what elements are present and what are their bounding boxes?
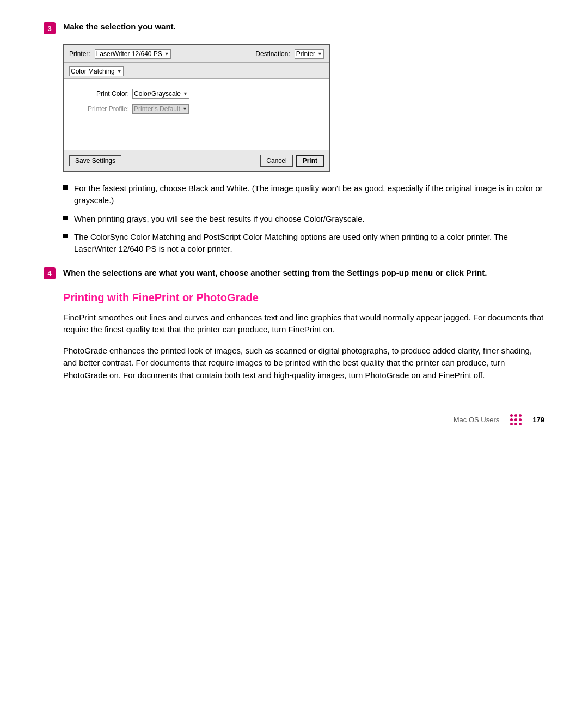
dialog-settings-row: Color Matching ▼ bbox=[64, 63, 329, 79]
printer-value: LaserWriter 12/640 PS bbox=[96, 50, 162, 58]
dialog-header-row: Printer: LaserWriter 12/640 PS ▼ Destina… bbox=[64, 45, 329, 63]
printer-profile-row: Printer Profile: Printer's Default ▼ bbox=[75, 104, 318, 114]
print-color-value: Color/Grayscale bbox=[134, 90, 181, 98]
step-4-number: 4 bbox=[44, 267, 56, 279]
printer-profile-value: Printer's Default bbox=[134, 105, 180, 113]
paragraph-1: FinePrint smoothes out lines and curves … bbox=[63, 312, 544, 336]
footer-left: Save Settings bbox=[69, 155, 121, 166]
destination-select[interactable]: Printer ▼ bbox=[295, 49, 324, 59]
settings-select[interactable]: Color Matching ▼ bbox=[69, 66, 124, 76]
printer-select[interactable]: LaserWriter 12/640 PS ▼ bbox=[95, 49, 171, 59]
bullet-text-1: For the fastest printing, choose Black a… bbox=[74, 182, 544, 206]
page-number: 179 bbox=[532, 416, 544, 424]
destination-arrow-icon: ▼ bbox=[317, 51, 322, 57]
paragraph-2: PhotoGrade enhances the printed look of … bbox=[63, 345, 544, 382]
printer-profile-label: Printer Profile: bbox=[75, 105, 129, 113]
printer-arrow-icon: ▼ bbox=[164, 51, 169, 57]
printer-profile-arrow-icon: ▼ bbox=[182, 106, 187, 112]
print-button[interactable]: Print bbox=[296, 155, 324, 167]
dialog-container: Printer: LaserWriter 12/640 PS ▼ Destina… bbox=[63, 44, 544, 172]
bullet-list: For the fastest printing, choose Black a… bbox=[63, 182, 544, 255]
print-color-arrow-icon: ▼ bbox=[183, 91, 188, 96]
page-footer: Mac OS Users 179 bbox=[44, 414, 544, 425]
cancel-button[interactable]: Cancel bbox=[260, 155, 292, 167]
bullet-item-2: When printing grays, you will see the be… bbox=[63, 213, 544, 225]
bullet-text-2: When printing grays, you will see the be… bbox=[74, 213, 365, 225]
bullet-icon-1 bbox=[63, 185, 68, 190]
destination-value: Printer bbox=[296, 50, 315, 58]
print-color-select[interactable]: Color/Grayscale ▼ bbox=[132, 89, 189, 99]
bullet-icon-2 bbox=[63, 216, 68, 220]
dialog-footer: Save Settings Cancel Print bbox=[64, 150, 329, 171]
step-3-number: 3 bbox=[44, 22, 56, 34]
settings-arrow-icon: ▼ bbox=[117, 69, 122, 74]
bullet-text-3: The ColorSync Color Matching and PostScr… bbox=[74, 231, 544, 255]
print-color-row: Print Color: Color/Grayscale ▼ bbox=[75, 89, 318, 99]
step-3-label: Make the selection you want. bbox=[63, 22, 176, 31]
footer-dots-icon bbox=[510, 414, 522, 425]
print-dialog: Printer: LaserWriter 12/640 PS ▼ Destina… bbox=[63, 44, 330, 172]
dialog-body: Print Color: Color/Grayscale ▼ Printer P… bbox=[64, 79, 329, 150]
destination-label: Destination: bbox=[255, 50, 290, 58]
footer-right: Cancel Print bbox=[260, 155, 324, 167]
settings-value: Color Matching bbox=[71, 68, 115, 75]
print-color-label: Print Color: bbox=[75, 90, 129, 98]
save-settings-button[interactable]: Save Settings bbox=[69, 155, 121, 166]
printer-label: Printer: bbox=[69, 50, 90, 58]
footer-text: Mac OS Users bbox=[454, 416, 500, 424]
section-heading: Printing with FinePrint or PhotoGrade bbox=[63, 291, 544, 304]
step-4-label: When the selections are what you want, c… bbox=[63, 267, 487, 278]
printer-profile-select[interactable]: Printer's Default ▼ bbox=[132, 104, 189, 114]
step-3-row: 3 Make the selection you want. bbox=[44, 22, 544, 34]
bullet-icon-3 bbox=[63, 234, 68, 238]
step-4-row: 4 When the selections are what you want,… bbox=[44, 267, 544, 279]
bullet-item-3: The ColorSync Color Matching and PostScr… bbox=[63, 231, 544, 255]
bullet-item-1: For the fastest printing, choose Black a… bbox=[63, 182, 544, 206]
